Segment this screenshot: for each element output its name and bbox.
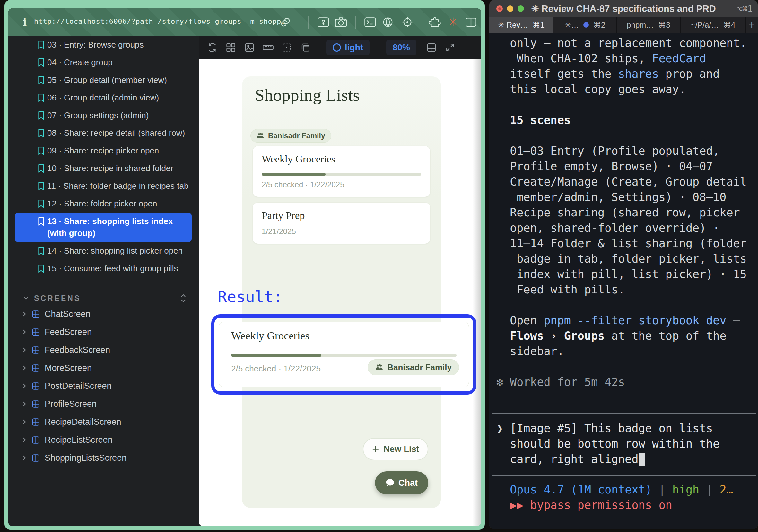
- sidebar-story-item[interactable]: 04 · Create group: [8, 53, 199, 71]
- globe-icon[interactable]: [381, 16, 394, 29]
- fullscreen-icon[interactable]: [445, 42, 456, 53]
- sidebar-story-item[interactable]: 06 · Group detail (admin view): [8, 89, 199, 107]
- terminal-content[interactable]: only — not a replacement component. When…: [489, 33, 758, 529]
- remount-icon[interactable]: [207, 42, 218, 53]
- url-text[interactable]: http://localhost:6006/?path=/story/flows…: [34, 18, 286, 25]
- zoom-level-button[interactable]: 80%: [386, 40, 416, 55]
- sidebar-screen-item[interactable]: RecipeListScreen: [8, 431, 199, 449]
- sidebar-story-item[interactable]: 14 · Share: shopping list picker open: [8, 242, 199, 260]
- group-badge[interactable]: Banisadr Family: [367, 359, 459, 375]
- screen-label: FeedbackScreen: [45, 345, 110, 355]
- sidebar-screen-item[interactable]: ChatScreen: [8, 305, 199, 323]
- sidebar-screen-item[interactable]: ProfileScreen: [8, 395, 199, 413]
- tab-label: ~/P/a/…: [691, 20, 719, 29]
- sidebar-story-item[interactable]: 12 · Share: folder picker open: [8, 195, 199, 213]
- minimize-button[interactable]: [507, 6, 513, 12]
- collapse-all-icon[interactable]: [179, 292, 188, 306]
- sidebar-screen-item[interactable]: FeedScreen: [8, 323, 199, 341]
- shopping-list-card[interactable]: Party Prep 1/21/2025: [252, 202, 431, 244]
- url-bar: i http://localhost:6006/?path=/story/flo…: [8, 8, 481, 36]
- terminal-tab[interactable]: ✳…⌘2: [554, 17, 617, 33]
- chat-button[interactable]: Chat: [375, 471, 428, 494]
- screen-label: ShoppingListsScreen: [45, 453, 126, 463]
- theme-toggle-button[interactable]: light: [326, 40, 369, 55]
- window-title: ✳ Review CHA-87 specifications and PRD: [531, 3, 716, 14]
- people-icon: [375, 364, 384, 371]
- theme-circle-icon: [332, 43, 341, 52]
- new-tab-button[interactable]: +: [746, 17, 758, 33]
- component-icon: [31, 346, 40, 354]
- terminal-icon[interactable]: [364, 16, 377, 29]
- sidebar-story-item[interactable]: 08 · Share: recipe detail (shared row): [8, 124, 199, 142]
- terminal-tab[interactable]: ~/P/a/…⌘4: [681, 17, 746, 33]
- sidebar-story-item[interactable]: 13 · Share: shopping lists index (with g…: [15, 213, 192, 242]
- sidebar-screen-item[interactable]: FeedbackScreen: [8, 341, 199, 359]
- link-icon[interactable]: [279, 16, 292, 29]
- chevron-right-icon: [21, 345, 28, 354]
- sidebar-screen-item[interactable]: MoreScreen: [8, 359, 199, 377]
- target-icon[interactable]: [401, 16, 414, 29]
- outline-icon[interactable]: [281, 42, 292, 53]
- terminal-window: ✳ Review CHA-87 specifications and PRD ⌥…: [489, 0, 758, 529]
- layers-icon[interactable]: [300, 42, 311, 53]
- story-label: 08 · Share: recipe detail (shared row): [47, 127, 185, 139]
- screens-section-header[interactable]: SCREENS: [8, 292, 199, 305]
- ruler-icon[interactable]: [262, 42, 274, 53]
- story-label: 10 · Share: recipe in shared folder: [47, 162, 173, 174]
- window-shortcut: ⌥⌘1: [737, 4, 752, 14]
- camera-icon[interactable]: [334, 16, 347, 29]
- bookmark-icon: [38, 182, 45, 191]
- component-icon: [31, 364, 40, 372]
- storybook-sidebar: 03 · Entry: Browse groups04 · Create gro…: [8, 36, 199, 526]
- divider: [320, 41, 321, 54]
- background-image-icon[interactable]: [244, 42, 255, 53]
- terminal-tab[interactable]: pnpm…⌘3: [617, 17, 681, 33]
- story-label: 04 · Create group: [47, 56, 113, 68]
- story-label: 07 · Group settings (admin): [47, 110, 149, 122]
- group-badge[interactable]: Banisadr Family: [251, 129, 331, 143]
- result-annotation-label: Result:: [218, 288, 283, 306]
- zoom-button[interactable]: [518, 6, 524, 12]
- plus-icon: [372, 445, 379, 453]
- result-shopping-list-card[interactable]: Weekly Groceries 2/5 checked · 1/22/2025…: [219, 322, 469, 387]
- puzzle-icon[interactable]: [428, 16, 441, 29]
- preview-pane: light 80%: [199, 36, 481, 526]
- sidebar-screen-item[interactable]: RecipeDetailScreen: [8, 413, 199, 431]
- story-label: 11 · Share: folder badge in recipes tab: [47, 180, 189, 192]
- bookmark-icon: [38, 111, 45, 120]
- chevron-right-icon: [21, 381, 28, 390]
- bookmark-icon: [38, 199, 45, 208]
- sidebar-story-item[interactable]: 03 · Entry: Browse groups: [8, 36, 199, 53]
- story-label: 06 · Group detail (admin view): [47, 92, 159, 104]
- sidebar-story-item[interactable]: 10 · Share: recipe in shared folder: [8, 160, 199, 177]
- tab-shortcut: ⌘1: [533, 20, 544, 29]
- close-button[interactable]: [496, 6, 503, 12]
- bookmark-icon: [38, 264, 45, 273]
- prompt-input-text: ❯ [Image #5] This badge on lists should …: [496, 421, 719, 467]
- sidebar-story-item[interactable]: 09 · Share: recipe picker open: [8, 142, 199, 160]
- prompt-input-box[interactable]: ❯ [Image #5] This badge on lists should …: [493, 413, 756, 476]
- info-icon[interactable]: i: [20, 16, 29, 28]
- terminal-tabbar: ✳ Rev…⌘1✳…⌘2pnpm…⌘3~/P/a/…⌘4+: [489, 17, 758, 33]
- terminal-scrollback: only — not a replacement component. When…: [496, 35, 747, 390]
- terminal-tab[interactable]: ✳ Rev…⌘1: [489, 17, 554, 33]
- sidebar-story-item[interactable]: 15 · Consume: feed with group pills: [8, 260, 199, 277]
- split-view-icon[interactable]: [465, 16, 477, 29]
- new-list-button[interactable]: New List: [363, 438, 428, 460]
- addon-panel-icon[interactable]: [426, 42, 437, 53]
- image-flower-icon[interactable]: [317, 16, 330, 29]
- sidebar-story-item[interactable]: 05 · Group detail (member view): [8, 71, 199, 89]
- sidebar-screen-item[interactable]: ShoppingListsScreen: [8, 449, 199, 467]
- shopping-list-card[interactable]: Weekly Groceries 2/5 checked · 1/22/2025: [252, 146, 431, 197]
- sidebar-story-item[interactable]: 11 · Share: folder badge in recipes tab: [8, 177, 199, 195]
- sidebar-screen-item[interactable]: PostDetailScreen: [8, 377, 199, 395]
- screen-label: PostDetailScreen: [45, 381, 112, 391]
- asterisk-icon[interactable]: ✳: [447, 16, 460, 29]
- sidebar-story-item[interactable]: 07 · Group settings (admin): [8, 107, 199, 124]
- bookmark-icon: [38, 146, 45, 156]
- screen-label: MoreScreen: [45, 363, 92, 373]
- screen-label: FeedScreen: [45, 327, 92, 337]
- grid-icon[interactable]: [225, 42, 236, 53]
- divider: [355, 16, 356, 29]
- screens-list: ChatScreenFeedScreenFeedbackScreenMoreSc…: [8, 305, 199, 467]
